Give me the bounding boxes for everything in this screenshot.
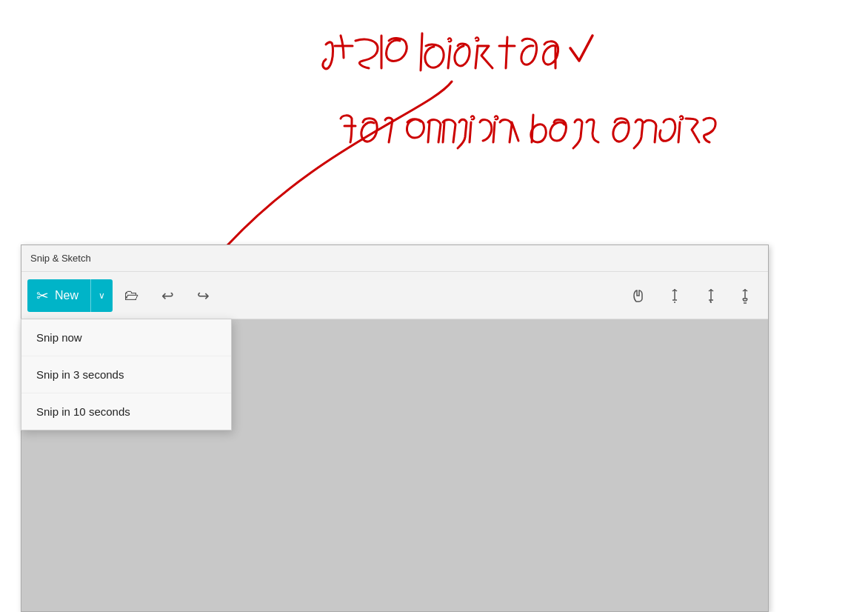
dropdown-panel: Snip now Snip in 3 seconds Snip in 10 se… [21,319,232,430]
highlighter-button[interactable] [730,279,762,312]
snip-3s-item[interactable]: Snip in 3 seconds [21,356,231,393]
undo-button[interactable]: ↩ [151,279,184,312]
snip-now-item[interactable]: Snip now [21,319,231,356]
pencil-icon [701,287,719,305]
new-button-label: New [55,289,79,302]
new-button[interactable]: ✂ New ∨ [27,279,113,312]
toolbar: ✂ New ∨ 🗁 ↩ ↪ [21,272,768,319]
snip-10s-item[interactable]: Snip in 10 seconds [21,393,231,430]
redo-button[interactable]: ↪ [187,279,219,312]
new-button-main[interactable]: ✂ New [27,279,91,312]
toolbar-right [623,279,762,312]
undo-icon: ↩ [161,287,174,305]
pen-icon [666,287,684,305]
annotation-area [0,0,868,245]
new-dropdown-chevron[interactable]: ∨ [91,279,113,312]
touch-icon [630,287,648,305]
ballpoint-pen-button[interactable] [658,279,691,312]
title-bar: Snip & Sketch [21,245,768,272]
open-button[interactable]: 🗁 [116,279,148,312]
folder-icon: 🗁 [124,287,139,304]
dropdown-menu: Snip now Snip in 3 seconds Snip in 10 se… [21,319,232,430]
redo-icon: ↪ [197,287,210,305]
highlighter-icon [737,287,755,305]
chevron-down-icon: ∨ [99,290,105,301]
app-title: Snip & Sketch [30,253,91,264]
pencil-button[interactable] [694,279,727,312]
scissors-icon: ✂ [36,287,49,305]
touch-writing-button[interactable] [623,279,655,312]
